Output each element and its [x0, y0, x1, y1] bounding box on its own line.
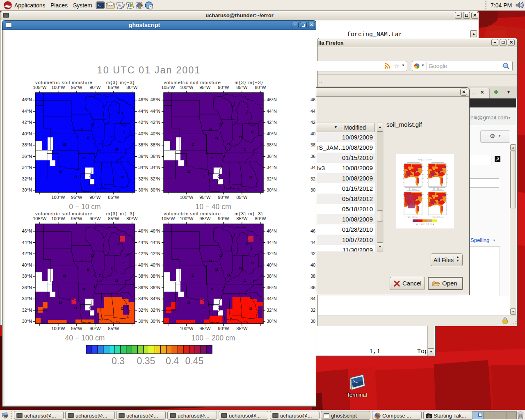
- svg-text:40°N: 40°N: [138, 131, 148, 136]
- svg-text:40 − 100 cm: 40 − 100 cm: [65, 334, 105, 342]
- svg-text:90°W: 90°W: [89, 216, 101, 221]
- svg-text:m{3} m{−3}: m{3} m{−3}: [106, 211, 135, 216]
- svg-text:85°W: 85°W: [236, 85, 248, 90]
- svg-text:100°W: 100°W: [51, 195, 65, 200]
- svg-text:44°N: 44°N: [150, 240, 160, 245]
- svg-text:85°W: 85°W: [108, 85, 119, 90]
- svg-text:40°N: 40°N: [150, 262, 160, 267]
- svg-text:38°N: 38°N: [138, 142, 148, 147]
- svg-text:38°N: 38°N: [22, 274, 32, 278]
- svg-text:0 - 10 cm: 0 - 10 cm: [409, 188, 417, 190]
- svg-text:44°N: 44°N: [138, 240, 148, 245]
- svg-text:>_: >_: [98, 4, 101, 7]
- svg-text:100°W: 100°W: [180, 85, 194, 90]
- svg-text:105°W: 105°W: [33, 216, 47, 221]
- svg-text:m{3} m{−3}: m{3} m{−3}: [106, 80, 135, 85]
- svg-text:0.4: 0.4: [166, 356, 179, 366]
- svg-text:30°N: 30°N: [267, 319, 277, 324]
- svg-text:95°W: 95°W: [199, 85, 211, 90]
- svg-text:30°N: 30°N: [150, 319, 160, 324]
- svg-text:95°W: 95°W: [199, 195, 211, 200]
- svg-text:40 - 100 cm: 40 - 100 cm: [408, 217, 418, 219]
- svg-text:10 - 40 cm: 10 - 40 cm: [433, 188, 442, 190]
- svg-text:40°N: 40°N: [22, 262, 32, 267]
- svg-text:30°N: 30°N: [22, 187, 32, 192]
- svg-text:46°N: 46°N: [22, 228, 32, 233]
- svg-text:36: 36: [310, 154, 315, 159]
- svg-text:80°W: 80°W: [126, 85, 138, 90]
- svg-text:42°N: 42°N: [150, 251, 160, 256]
- svg-text:40°N: 40°N: [267, 262, 277, 267]
- svg-text:40°N: 40°N: [22, 131, 32, 136]
- svg-text:30: 30: [310, 187, 315, 192]
- svg-text:volumetric soil moisture: volumetric soil moisture: [35, 80, 93, 85]
- svg-text:42°N: 42°N: [150, 120, 160, 125]
- svg-text:34°N: 34°N: [22, 165, 32, 170]
- svg-text:42°N: 42°N: [267, 120, 277, 125]
- svg-text:100°W: 100°W: [180, 326, 194, 331]
- svg-text:34°N: 34°N: [138, 296, 148, 301]
- svg-text:46°N: 46°N: [138, 97, 148, 102]
- svg-text:85°W: 85°W: [108, 326, 119, 331]
- svg-text:34°N: 34°N: [150, 296, 160, 301]
- svg-text:40°N: 40°N: [138, 262, 148, 267]
- svg-text:m{3} m{−3}: m{3} m{−3}: [235, 80, 263, 85]
- svg-text:0.45: 0.45: [185, 356, 204, 366]
- svg-text:38°N: 38°N: [150, 274, 160, 278]
- svg-text:46°N: 46°N: [267, 97, 277, 102]
- svg-text:38°N: 38°N: [22, 142, 32, 147]
- svg-text:32°N: 32°N: [138, 176, 148, 181]
- svg-text:95°W: 95°W: [199, 326, 211, 331]
- svg-text:90°W: 90°W: [89, 195, 101, 200]
- svg-text:36°N: 36°N: [267, 285, 277, 290]
- svg-text:90°W: 90°W: [89, 85, 101, 90]
- svg-text:32°N: 32°N: [22, 308, 32, 313]
- svg-text:42°N: 42°N: [22, 251, 32, 256]
- svg-text:80°W: 80°W: [255, 216, 266, 221]
- svg-text:95°W: 95°W: [71, 195, 82, 200]
- svg-text:32°N: 32°N: [267, 176, 277, 181]
- svg-text:0.1 0.2 0.3 0.4: 0.1 0.2 0.3 0.4: [416, 223, 434, 226]
- svg-text:105°W: 105°W: [161, 216, 175, 221]
- svg-text:36°N: 36°N: [22, 285, 32, 290]
- svg-text:34°N: 34°N: [22, 296, 32, 301]
- svg-text:80°W: 80°W: [126, 216, 138, 221]
- svg-text:44: 44: [310, 240, 315, 245]
- svg-text:46: 46: [310, 228, 315, 233]
- svg-text:32°N: 32°N: [138, 308, 148, 313]
- svg-text:44°N: 44°N: [267, 240, 277, 245]
- svg-text:90°W: 90°W: [218, 216, 229, 221]
- svg-text:30°N: 30°N: [22, 319, 32, 324]
- svg-text:38°N: 38°N: [138, 274, 148, 278]
- svg-text:42: 42: [310, 251, 315, 256]
- svg-text:36°N: 36°N: [22, 154, 32, 159]
- svg-text:30°N: 30°N: [138, 187, 148, 192]
- svg-text:105°W: 105°W: [161, 85, 175, 90]
- svg-text:volumetric soil moisture: volumetric soil moisture: [164, 80, 221, 85]
- svg-text:100°W: 100°W: [51, 326, 65, 331]
- svg-text:30: 30: [310, 319, 315, 324]
- svg-text:>_: >_: [353, 379, 358, 383]
- svg-text:volumetric soil moisture: volumetric soil moisture: [35, 211, 93, 216]
- svg-text:38: 38: [310, 142, 315, 147]
- svg-text:32: 32: [310, 176, 315, 181]
- svg-text:95°W: 95°W: [71, 216, 82, 221]
- svg-text:32°N: 32°N: [22, 176, 32, 181]
- svg-text:34: 34: [310, 296, 315, 301]
- svg-text:90°W: 90°W: [218, 85, 229, 90]
- svg-text:44: 44: [310, 109, 315, 114]
- svg-text:32°N: 32°N: [150, 176, 160, 181]
- svg-text:40°N: 40°N: [150, 131, 160, 136]
- svg-text:36°N: 36°N: [138, 285, 148, 290]
- svg-text:38°N: 38°N: [267, 274, 277, 278]
- svg-text:46°N: 46°N: [138, 228, 148, 233]
- svg-text:100 − 200 cm: 100 − 200 cm: [192, 334, 235, 342]
- svg-text:100 - 200 cm: 100 - 200 cm: [432, 217, 443, 219]
- svg-text:40: 40: [310, 131, 315, 136]
- svg-text:42°N: 42°N: [267, 251, 277, 256]
- svg-text:30°N: 30°N: [267, 187, 277, 192]
- svg-text:34°N: 34°N: [267, 165, 277, 170]
- svg-text:100°W: 100°W: [180, 216, 194, 221]
- svg-text:105°W: 105°W: [33, 85, 47, 90]
- svg-text:volumetric soil moisture: volumetric soil moisture: [164, 211, 221, 216]
